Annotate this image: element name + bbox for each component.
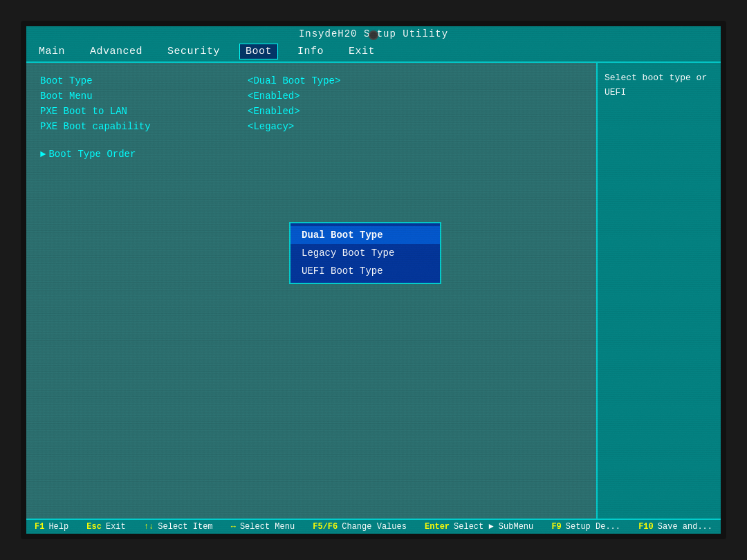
desc-f10: Save and... — [658, 522, 712, 532]
setting-label-boot-menu: Boot Menu — [40, 91, 220, 102]
setting-row-boot-menu[interactable]: Boot Menu <Enabled> — [40, 91, 582, 102]
desc-f5f6: Change Values — [342, 522, 407, 532]
dropdown-item-legacy[interactable]: Legacy Boot Type — [290, 244, 440, 262]
setting-row-boot-order[interactable]: Boot Type Order — [40, 149, 582, 160]
status-f5f6: F5/F6 Change Values — [313, 522, 407, 532]
key-f9: F9 — [551, 522, 561, 532]
dropdown-item-dual[interactable]: Dual Boot Type — [290, 226, 440, 244]
setting-row-boot-type[interactable]: Boot Type <Dual Boot Type> — [40, 75, 582, 86]
desc-arrows-item: Select Item — [158, 522, 212, 532]
key-f5f6: F5/F6 — [313, 522, 338, 532]
key-esc: Esc — [86, 522, 102, 532]
menu-item-main[interactable]: Main — [33, 44, 71, 59]
key-arrows-item: ↑↓ — [144, 522, 154, 532]
menu-item-security[interactable]: Security — [162, 44, 225, 59]
desc-esc: Exit — [106, 522, 126, 532]
desc-enter: Select ► SubMenu — [454, 522, 533, 532]
setting-value-boot-type: <Dual Boot Type> — [248, 75, 340, 86]
status-f1: F1 Help — [35, 522, 68, 532]
key-f1: F1 — [35, 522, 44, 532]
key-enter: Enter — [425, 522, 450, 532]
key-f10: F10 — [638, 522, 654, 532]
setting-label-boot-order: Boot Type Order — [40, 149, 220, 160]
setting-value-pxe-cap: <Legacy> — [248, 121, 294, 132]
right-panel: Select boot type or UEFI — [596, 63, 721, 519]
bios-screen-wrapper: InsydeH20 Setup Utility Main Advanced Se… — [21, 21, 726, 539]
desc-f9: Setup De... — [566, 522, 620, 532]
status-arrows-menu: ↔ Select Menu — [231, 522, 295, 532]
setting-label-pxe-lan: PXE Boot to LAN — [40, 106, 220, 117]
dropdown-item-uefi[interactable]: UEFI Boot Type — [290, 262, 440, 280]
menu-item-boot[interactable]: Boot — [239, 44, 278, 59]
dropdown-popup[interactable]: Dual Boot Type Legacy Boot Type UEFI Boo… — [289, 222, 441, 284]
setting-label-boot-type: Boot Type — [40, 75, 220, 86]
setting-row-pxe-lan[interactable]: PXE Boot to LAN <Enabled> — [40, 106, 582, 117]
menu-item-exit[interactable]: Exit — [343, 44, 380, 59]
bios-screen: InsydeH20 Setup Utility Main Advanced Se… — [26, 26, 721, 534]
setting-value-boot-menu: <Enabled> — [248, 91, 300, 102]
menu-bar[interactable]: Main Advanced Security Boot Info Exit — [26, 41, 721, 63]
key-arrows-menu: ↔ — [231, 522, 236, 532]
status-esc: Esc Exit — [86, 522, 125, 532]
help-text: Select boot type or UEFI — [605, 73, 707, 97]
status-bar: F1 Help Esc Exit ↑↓ Select Item ↔ Select… — [26, 519, 721, 534]
status-f9: F9 Setup De... — [551, 522, 620, 532]
camera-dot — [369, 30, 378, 40]
desc-f1: Help — [48, 522, 68, 532]
spacer — [40, 136, 582, 144]
status-arrows-item: ↑↓ Select Item — [144, 522, 213, 532]
setting-row-pxe-cap[interactable]: PXE Boot capability <Legacy> — [40, 121, 582, 132]
left-panel: Boot Type <Dual Boot Type> Boot Menu <En… — [26, 63, 596, 519]
desc-arrows-menu: Select Menu — [240, 522, 295, 532]
status-enter: Enter Select ► SubMenu — [425, 522, 533, 532]
menu-item-info[interactable]: Info — [292, 44, 329, 59]
content-area: Boot Type <Dual Boot Type> Boot Menu <En… — [26, 63, 721, 519]
setting-value-pxe-lan: <Enabled> — [248, 106, 300, 117]
setting-label-pxe-cap: PXE Boot capability — [40, 121, 220, 132]
menu-item-advanced[interactable]: Advanced — [84, 44, 148, 59]
status-f10: F10 Save and... — [638, 522, 712, 532]
